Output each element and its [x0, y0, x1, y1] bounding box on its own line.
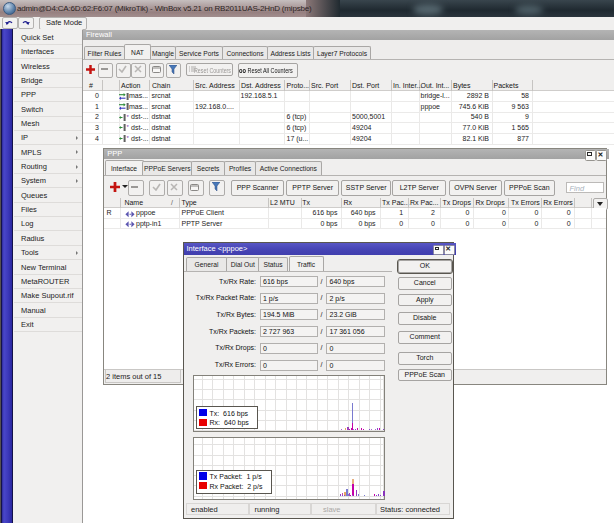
svg-text:*: *: [127, 124, 130, 130]
svg-text:*: *: [127, 114, 130, 120]
svg-text:*: *: [127, 135, 130, 141]
